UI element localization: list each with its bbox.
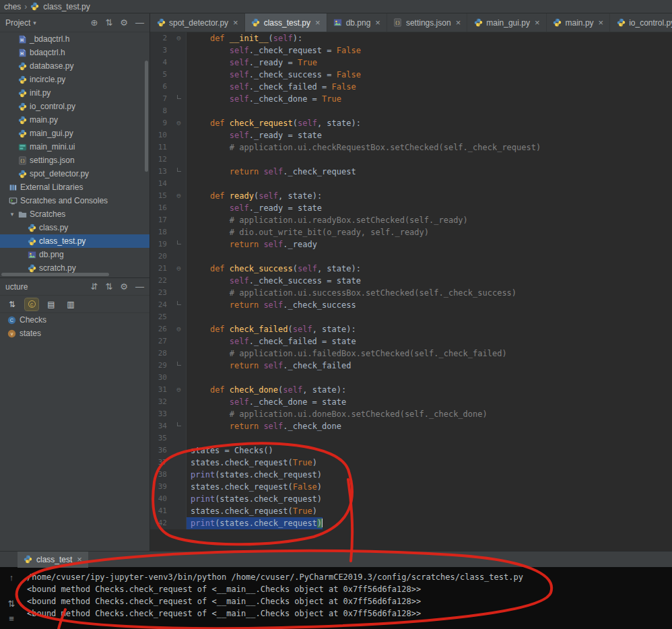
code-text[interactable]: return self._ready bbox=[187, 238, 317, 251]
line-number[interactable]: 4 bbox=[150, 57, 172, 69]
editor-tab-settings.json[interactable]: {}settings.json× bbox=[387, 13, 467, 32]
project-tree-item[interactable]: class.py bbox=[0, 221, 149, 234]
fold-end-icon[interactable] bbox=[172, 420, 187, 432]
code-text[interactable]: def ready(self, state): bbox=[187, 190, 322, 202]
fold-collapse-icon[interactable]: ⊖ bbox=[172, 323, 187, 335]
line-number[interactable]: 39 bbox=[150, 481, 172, 493]
close-icon[interactable]: × bbox=[599, 18, 604, 28]
vertical-scrollbar[interactable] bbox=[145, 61, 148, 172]
project-tree-item[interactable]: ▾Scratches bbox=[0, 207, 149, 221]
editor-tab-main.py[interactable]: main.py× bbox=[547, 13, 611, 32]
settings-icon[interactable]: ⚙ bbox=[120, 18, 128, 27]
code-text[interactable]: print(states.check_request) bbox=[187, 493, 322, 505]
horizontal-scrollbar[interactable] bbox=[1, 273, 109, 276]
fold-collapse-icon[interactable]: ⊖ bbox=[172, 32, 187, 44]
code-text[interactable]: self._check_success = state bbox=[187, 275, 361, 287]
editor-tab-main_gui.py[interactable]: main_gui.py× bbox=[467, 13, 546, 32]
code-text[interactable]: self._ready = state bbox=[187, 129, 322, 141]
code-text[interactable]: self._check_done = state bbox=[187, 396, 346, 408]
project-tree-item[interactable]: External Libraries bbox=[0, 180, 149, 194]
show-fields-icon[interactable]: c bbox=[25, 298, 38, 310]
line-number[interactable]: 23 bbox=[150, 287, 172, 299]
panel-divider[interactable] bbox=[149, 13, 150, 551]
code-text[interactable]: def __init__(self): bbox=[187, 32, 302, 44]
line-number[interactable]: 17 bbox=[150, 214, 172, 226]
line-number[interactable]: 31 bbox=[150, 384, 172, 396]
editor-tab-db.png[interactable]: db.png× bbox=[327, 13, 387, 32]
code-text[interactable]: # dio.out_write_bit(o_ready, self._ready… bbox=[187, 226, 429, 238]
chevron-down-icon[interactable]: ▾ bbox=[33, 20, 36, 26]
editor-tab-spot_detector.py[interactable]: spot_detector.py× bbox=[150, 13, 245, 32]
code-text[interactable]: # application.ui.doneBox.setChecked(self… bbox=[187, 408, 488, 420]
collapse-all-icon[interactable]: ⇅ bbox=[105, 18, 112, 27]
close-icon[interactable]: × bbox=[77, 554, 82, 564]
menu-icon[interactable]: ≡ bbox=[0, 614, 23, 624]
sort-visibility-icon[interactable]: ⇅ bbox=[5, 298, 19, 310]
close-icon[interactable]: × bbox=[375, 18, 380, 28]
project-tree-item[interactable]: io_control.py bbox=[0, 100, 149, 113]
line-number[interactable]: 5 bbox=[150, 69, 172, 81]
code-text[interactable]: return self._check_request bbox=[187, 166, 356, 178]
code-text[interactable]: def check_done(self, state): bbox=[187, 384, 346, 396]
settings-icon[interactable]: ⚙ bbox=[120, 282, 128, 291]
code-text[interactable]: return self._check_success bbox=[187, 299, 356, 311]
line-number[interactable]: 11 bbox=[150, 141, 172, 154]
structure-item-states[interactable]: vstates bbox=[0, 327, 149, 340]
fold-end-icon[interactable] bbox=[172, 93, 187, 105]
code-text[interactable]: states.check_request(True) bbox=[187, 505, 317, 517]
line-number[interactable]: 36 bbox=[150, 444, 172, 457]
line-number[interactable]: 16 bbox=[150, 202, 172, 214]
line-number[interactable]: 38 bbox=[150, 469, 172, 481]
line-number[interactable]: 14 bbox=[150, 178, 172, 190]
line-number[interactable]: 22 bbox=[150, 275, 172, 287]
jump-to-top-icon[interactable]: ↑ bbox=[0, 572, 23, 583]
line-number[interactable]: 40 bbox=[150, 493, 172, 505]
line-number[interactable]: 29 bbox=[150, 360, 172, 372]
project-tree-item[interactable]: class_test.py bbox=[0, 234, 149, 248]
code-text[interactable]: self._check_failed = False bbox=[187, 81, 356, 93]
line-number[interactable]: 12 bbox=[150, 154, 172, 166]
line-number[interactable]: 24 bbox=[150, 299, 172, 311]
fold-end-icon[interactable] bbox=[172, 238, 187, 251]
code-text[interactable] bbox=[187, 251, 191, 263]
group-properties-icon[interactable]: ▥ bbox=[64, 298, 77, 310]
line-number[interactable]: 37 bbox=[150, 457, 172, 469]
line-number[interactable]: 42 bbox=[150, 517, 172, 529]
close-icon[interactable]: × bbox=[315, 18, 321, 28]
fold-collapse-icon[interactable]: ⊖ bbox=[172, 384, 187, 396]
code-text[interactable] bbox=[187, 432, 191, 444]
code-text[interactable]: return self._check_done bbox=[187, 420, 341, 432]
editor-tab-class_test.py[interactable]: class_test.py× bbox=[245, 13, 327, 32]
line-number[interactable]: 6 bbox=[150, 81, 172, 93]
code-text[interactable]: self._check_failed = state bbox=[187, 335, 356, 347]
project-tree-item[interactable]: db.png bbox=[0, 248, 149, 261]
line-number[interactable]: 19 bbox=[150, 238, 172, 251]
project-tree-item[interactable]: spot_detector.py bbox=[0, 167, 149, 180]
fold-collapse-icon[interactable]: ⊖ bbox=[172, 117, 187, 129]
close-icon[interactable]: × bbox=[233, 18, 238, 28]
line-number[interactable]: 18 bbox=[150, 226, 172, 238]
fold-end-icon[interactable] bbox=[172, 360, 187, 372]
line-number[interactable]: 35 bbox=[150, 432, 172, 444]
fold-collapse-icon[interactable]: ⊖ bbox=[172, 263, 187, 275]
project-tree-item[interactable]: main_gui.py bbox=[0, 127, 149, 140]
project-tree-item[interactable]: incircle.py bbox=[0, 73, 149, 86]
console-output[interactable]: /home/cvuser/ipy-jupyter-venv3/bin/pytho… bbox=[23, 567, 672, 629]
code-text[interactable]: # application.ui.failedBox.setChecked(se… bbox=[187, 347, 507, 360]
code-text[interactable]: def check_success(self, state): bbox=[187, 263, 361, 275]
line-number[interactable]: 7 bbox=[150, 93, 172, 105]
code-editor[interactable]: 2⊖ def __init__(self):3 self._check_requ… bbox=[150, 32, 672, 551]
code-text[interactable]: return self._check_failed bbox=[187, 360, 351, 372]
project-panel-title[interactable]: Project bbox=[5, 18, 30, 28]
line-number[interactable]: 25 bbox=[150, 311, 172, 323]
sort-icon[interactable]: ⇵ bbox=[91, 282, 98, 291]
target-icon[interactable]: ⊕ bbox=[91, 18, 98, 27]
line-number[interactable]: 21 bbox=[150, 263, 172, 275]
line-number[interactable]: 3 bbox=[150, 44, 172, 57]
line-number[interactable]: 33 bbox=[150, 408, 172, 420]
code-text[interactable]: self._ready = True bbox=[187, 57, 317, 69]
project-tree-item[interactable]: Hbdaqctrl.h bbox=[0, 46, 149, 59]
code-text[interactable]: self._ready = state bbox=[187, 202, 322, 214]
line-number[interactable]: 13 bbox=[150, 166, 172, 178]
code-text[interactable]: def check_request(self, state): bbox=[187, 117, 361, 129]
